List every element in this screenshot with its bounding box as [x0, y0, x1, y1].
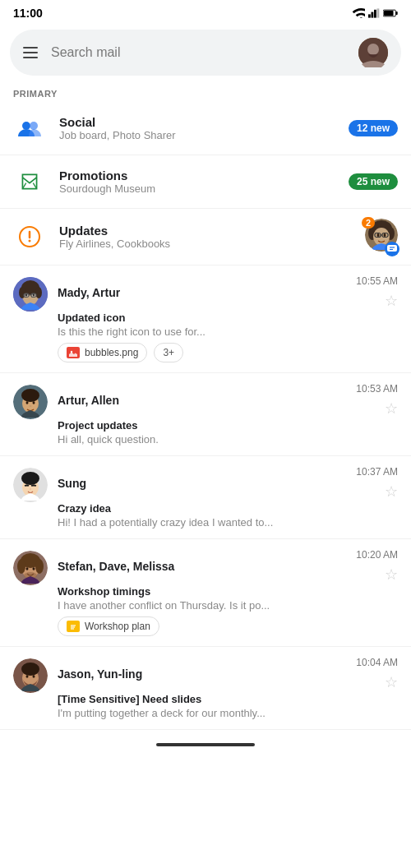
email-subject: Updated icon	[58, 312, 398, 324]
star-button[interactable]: ☆	[385, 399, 398, 418]
attachment-chip[interactable]: bubbles.png	[58, 343, 147, 362]
email-right: 10:37 AM ☆	[349, 466, 398, 501]
updates-icon	[13, 220, 46, 253]
svg-point-11	[30, 122, 38, 130]
star-button[interactable]: ☆	[385, 566, 398, 584]
category-sub-social: Job board, Photo Sharer	[59, 129, 335, 141]
more-attachments-chip[interactable]: 3+	[154, 343, 183, 362]
home-bar	[156, 743, 255, 746]
social-badge: 12 new	[349, 120, 398, 136]
star-button[interactable]: ☆	[385, 673, 398, 691]
category-row-social[interactable]: Social Job board, Photo Sharer 12 new	[0, 102, 411, 155]
attachment-chip[interactable]: Workshop plan	[58, 616, 159, 636]
star-button[interactable]: ☆	[385, 292, 398, 310]
email-preview: Hi! I had a potentially crazy idea I wan…	[58, 516, 398, 529]
social-icon	[13, 112, 46, 145]
updates-msg-badge	[385, 242, 399, 256]
category-name-social: Social	[59, 115, 335, 129]
search-bar[interactable]: Search mail	[10, 30, 401, 76]
email-subject: Project updates	[58, 419, 398, 432]
battery-icon	[383, 8, 398, 18]
home-indicator	[0, 730, 411, 753]
avatar-image	[358, 38, 388, 67]
email-row[interactable]: Sung 10:37 AM ☆ Crazy idea Hi! I had a p…	[0, 456, 411, 539]
email-header: Stefan, Dave, Melissa 10:20 AM ☆	[58, 549, 398, 584]
svg-point-55	[26, 567, 29, 570]
svg-point-20	[377, 233, 380, 237]
avatar-mady	[13, 277, 48, 312]
search-input[interactable]: Search mail	[51, 45, 345, 60]
email-time: 10:53 AM	[356, 383, 398, 395]
svg-rect-7	[396, 12, 398, 15]
svg-point-9	[367, 44, 379, 55]
email-right: 10:04 AM ☆	[349, 657, 398, 691]
svg-point-64	[21, 663, 39, 676]
email-right: 10:20 AM ☆	[349, 549, 398, 584]
svg-rect-25	[387, 245, 397, 252]
email-body: Stefan, Dave, Melissa 10:20 AM ☆ Worksho…	[58, 549, 398, 636]
svg-point-53	[17, 559, 25, 574]
updates-count-badge: 2	[362, 217, 375, 229]
email-body: Mady, Artur 10:55 AM ☆ Updated icon Is t…	[58, 275, 398, 362]
star-button[interactable]: ☆	[385, 482, 398, 501]
svg-rect-3	[374, 10, 376, 18]
svg-point-32	[35, 287, 42, 298]
category-row-promotions[interactable]: Promotions Sourdough Museum 25 new	[0, 155, 411, 209]
email-sender: Mady, Artur	[58, 286, 120, 299]
email-avatar	[13, 385, 48, 419]
wifi-icon	[352, 8, 365, 18]
avatar-jason	[13, 658, 48, 693]
email-avatar	[13, 468, 48, 502]
updates-badge-wrap: 2	[362, 219, 398, 255]
email-time: 10:55 AM	[356, 275, 398, 287]
email-right: 10:53 AM ☆	[349, 383, 398, 418]
email-time: 10:20 AM	[356, 549, 398, 561]
attachment-name: Workshop plan	[85, 621, 150, 632]
email-row[interactable]: Mady, Artur 10:55 AM ☆ Updated icon Is t…	[0, 265, 411, 373]
svg-point-37	[33, 294, 35, 297]
menu-button[interactable]	[23, 47, 38, 58]
email-row[interactable]: Stefan, Dave, Melissa 10:20 AM ☆ Worksho…	[0, 539, 411, 647]
email-row[interactable]: Artur, Allen 10:53 AM ☆ Project updates …	[0, 373, 411, 456]
svg-point-66	[33, 675, 35, 678]
email-attachments: bubbles.png 3+	[58, 343, 398, 362]
email-time: 10:37 AM	[356, 466, 398, 478]
avatar-sung	[13, 468, 48, 502]
email-preview: Is this the right icon to use for...	[58, 326, 398, 338]
email-row[interactable]: Jason, Yun-ling 10:04 AM ☆ [Time Sensiti…	[0, 647, 411, 730]
email-header: Jason, Yun-ling 10:04 AM ☆	[58, 657, 398, 691]
category-row-updates[interactable]: Updates Fly Airlines, Cookbooks 2	[0, 209, 411, 265]
email-attachments: Workshop plan	[58, 616, 398, 636]
email-sender: Sung	[58, 477, 86, 490]
email-preview: Hi all, quick question.	[58, 433, 398, 446]
user-avatar[interactable]	[358, 38, 388, 67]
svg-point-42	[21, 389, 39, 402]
category-info-social: Social Job board, Photo Sharer	[59, 115, 335, 141]
chat-icon	[387, 245, 397, 253]
email-sender: Stefan, Dave, Melissa	[58, 560, 174, 573]
svg-rect-6	[384, 11, 394, 16]
email-subject: Workshop timings	[58, 585, 398, 598]
svg-point-49	[30, 488, 31, 490]
image-attachment-icon	[67, 347, 80, 358]
email-body: Jason, Yun-ling 10:04 AM ☆ [Time Sensiti…	[58, 657, 398, 719]
svg-point-36	[25, 294, 27, 297]
category-name-promotions: Promotions	[59, 169, 335, 182]
svg-rect-2	[372, 12, 374, 18]
email-preview: I'm putting together a deck for our mont…	[58, 707, 398, 719]
svg-point-45	[30, 405, 32, 407]
svg-point-44	[33, 401, 35, 404]
email-avatar	[13, 658, 48, 693]
category-info-updates: Updates Fly Airlines, Cookbooks	[59, 224, 349, 250]
svg-point-56	[33, 567, 35, 570]
svg-point-54	[35, 559, 44, 574]
svg-point-0	[359, 17, 363, 18]
status-bar: 11:00	[0, 0, 411, 23]
email-subject: Crazy idea	[58, 502, 398, 515]
promotions-icon	[13, 165, 46, 198]
svg-point-43	[26, 401, 29, 404]
email-header: Mady, Artur 10:55 AM ☆	[58, 275, 398, 310]
attachment-name: bubbles.png	[85, 347, 138, 358]
svg-point-48	[21, 472, 39, 485]
email-subject: [Time Sensitive] Need slides	[58, 693, 398, 705]
